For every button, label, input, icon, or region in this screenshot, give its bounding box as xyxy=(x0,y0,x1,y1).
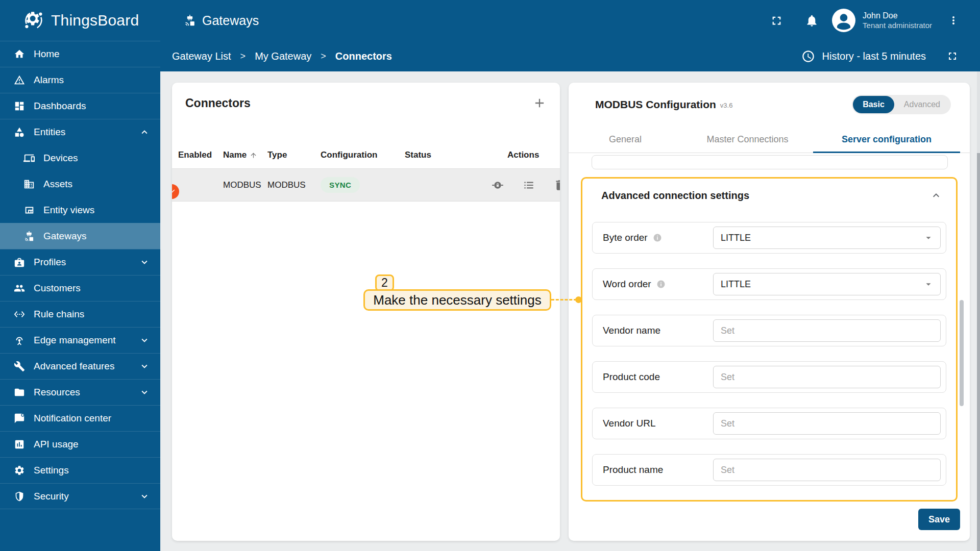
mode-toggle: Basic Advanced xyxy=(852,95,951,114)
product-code-input[interactable] xyxy=(713,366,941,388)
byte-order-select[interactable]: LITTLE xyxy=(713,227,941,249)
fullscreen-icon[interactable] xyxy=(770,14,783,28)
user-block[interactable]: John Doe Tenant administrator xyxy=(863,11,932,31)
sidebar-item-customers[interactable]: Customers xyxy=(0,275,160,301)
modbus-config-card: MODBUS Configuration v3.6 Basic Advanced… xyxy=(569,83,970,541)
page-title: Gateways xyxy=(202,13,259,28)
tab-general[interactable]: General xyxy=(569,126,682,153)
sync-chip[interactable]: SYNC xyxy=(321,177,360,193)
window-scrollbar-track[interactable] xyxy=(977,71,980,551)
column-name[interactable]: Name xyxy=(223,150,267,160)
sidebar-item-advanced-features[interactable]: Advanced features xyxy=(0,353,160,379)
logs-list-icon[interactable] xyxy=(522,179,535,192)
section-title: Advanced connection settings xyxy=(601,190,749,202)
history-range[interactable]: History - last 5 minutes xyxy=(801,49,959,63)
tab-server-configuration[interactable]: Server configuration xyxy=(813,126,960,153)
config-panel-header: MODBUS Configuration v3.6 Basic Advanced xyxy=(569,83,970,126)
delete-icon[interactable] xyxy=(553,179,560,192)
sidebar-item-devices[interactable]: Devices xyxy=(0,145,160,171)
dropdown-caret-icon xyxy=(923,279,934,290)
sidebar-item-security[interactable]: Security xyxy=(0,483,160,509)
byte-order-value: LITTLE xyxy=(721,233,751,243)
settings-icon xyxy=(14,465,25,476)
sidebar-item-settings[interactable]: Settings xyxy=(0,457,160,483)
sidebar-item-alarms[interactable]: Alarms xyxy=(0,67,160,93)
edge-icon xyxy=(14,335,25,346)
sidebar-item-label: Gateways xyxy=(43,231,86,242)
more-vert-icon[interactable] xyxy=(947,14,960,27)
word-order-label: Word order xyxy=(603,279,651,290)
mode-advanced[interactable]: Advanced xyxy=(894,96,950,113)
sidebar-item-label: Alarms xyxy=(34,74,64,86)
save-button[interactable]: Save xyxy=(918,509,960,530)
brand-name: ThingsBoard xyxy=(51,12,139,29)
vendor-name-input[interactable] xyxy=(713,319,941,342)
sidebar-item-notification-center[interactable]: Notification center xyxy=(0,405,160,431)
product-name-row: Product name xyxy=(592,454,946,486)
devices-icon xyxy=(23,153,35,164)
sidebar-item-api-usage[interactable]: API usage xyxy=(0,431,160,457)
annotation-connector-line xyxy=(551,299,577,300)
sidebar-item-gateways[interactable]: Gateways xyxy=(0,223,160,249)
info-icon[interactable] xyxy=(656,280,666,289)
word-order-select[interactable]: LITTLE xyxy=(713,273,941,295)
sidebar-item-rule-chains[interactable]: Rule chains xyxy=(0,301,160,327)
table-row[interactable]: MODBUS MODBUS SYNC xyxy=(172,168,560,202)
resources-icon xyxy=(14,387,25,398)
dropdown-caret-icon xyxy=(923,232,934,243)
add-connector-button[interactable] xyxy=(532,96,547,110)
info-icon[interactable] xyxy=(653,233,662,242)
expand-icon[interactable] xyxy=(946,50,959,62)
byte-order-label: Byte order xyxy=(603,232,648,243)
notifications-bell-icon[interactable] xyxy=(805,14,819,28)
sidebar-item-profiles[interactable]: Profiles xyxy=(0,249,160,275)
sidebar-item-label: Edge management xyxy=(34,335,116,346)
connectors-title: Connectors xyxy=(185,96,251,110)
top-bar: ThingsBoard Gateways John Doe Tenant adm… xyxy=(0,0,980,41)
sidebar-item-assets[interactable]: Assets xyxy=(0,171,160,197)
breadcrumb-my-gateway[interactable]: My Gateway xyxy=(255,51,311,62)
top-right-cluster: John Doe Tenant administrator xyxy=(770,9,980,32)
byte-order-row: Byte order LITTLE xyxy=(592,222,946,254)
sidebar-item-entity-views[interactable]: Entity views xyxy=(0,197,160,223)
home-icon xyxy=(14,48,25,60)
entities-icon xyxy=(14,127,25,138)
toggle-knob xyxy=(172,184,179,199)
sidebar-item-label: Profiles xyxy=(34,257,66,268)
sidebar-item-edge-management[interactable]: Edge management xyxy=(0,327,160,353)
panel-scrollbar-thumb[interactable] xyxy=(960,300,964,406)
vendor-url-label: Vendor URL xyxy=(603,418,656,429)
rpc-lock-icon[interactable] xyxy=(491,179,504,192)
product-code-row: Product code xyxy=(592,361,946,393)
profiles-icon xyxy=(14,257,25,268)
column-enabled: Enabled xyxy=(178,150,223,160)
breadcrumb-gateway-list[interactable]: Gateway List xyxy=(172,51,231,62)
connectors-card-header: Connectors xyxy=(172,83,560,123)
section-header[interactable]: Advanced connection settings xyxy=(582,179,956,202)
brand[interactable]: ThingsBoard xyxy=(0,9,160,32)
thingsboard-logo-icon xyxy=(22,9,45,32)
security-icon xyxy=(14,491,25,502)
vendor-url-input[interactable] xyxy=(713,412,941,435)
mode-basic[interactable]: Basic xyxy=(853,96,894,113)
product-name-label: Product name xyxy=(603,464,663,475)
chevron-down-icon xyxy=(139,361,150,372)
product-name-input[interactable] xyxy=(713,459,941,481)
avatar[interactable] xyxy=(832,9,855,32)
type-cell: MODBUS xyxy=(267,180,321,190)
page-title-group: Gateways xyxy=(184,13,259,28)
tab-master-connections[interactable]: Master Connections xyxy=(682,126,813,153)
window-scrollbar-thumb[interactable] xyxy=(977,153,980,551)
chevron-down-icon xyxy=(139,335,150,346)
sidebar-item-label: Assets xyxy=(43,179,72,190)
rule-chains-icon xyxy=(14,309,25,320)
sidebar-item-entities[interactable]: Entities xyxy=(0,119,160,145)
gateway-icon xyxy=(23,231,35,242)
sidebar-item-home[interactable]: Home xyxy=(0,41,160,67)
collapse-chevron-icon[interactable] xyxy=(930,189,942,202)
sidebar-item-label: Advanced features xyxy=(34,361,114,372)
sidebar-item-resources[interactable]: Resources xyxy=(0,379,160,405)
vendor-name-label: Vendor name xyxy=(603,325,660,336)
sidebar-item-dashboards[interactable]: Dashboards xyxy=(0,93,160,119)
annotation-callout: Make the necessary settings xyxy=(363,289,551,311)
